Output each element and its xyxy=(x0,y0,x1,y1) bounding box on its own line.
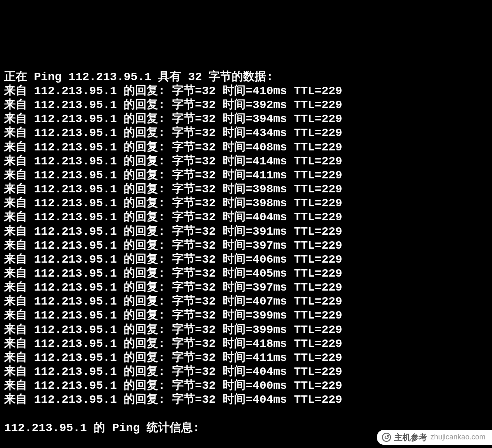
ping-reply-line: 来自 112.213.95.1 的回复: 字节=32 时间=391ms TTL=… xyxy=(4,225,488,239)
watermark-text: 主机参考 xyxy=(394,432,427,442)
ping-reply-line: 来自 112.213.95.1 的回复: 字节=32 时间=392ms TTL=… xyxy=(4,98,488,112)
ping-reply-line: 来自 112.213.95.1 的回复: 字节=32 时间=404ms TTL=… xyxy=(4,210,488,224)
ping-replies: 来自 112.213.95.1 的回复: 字节=32 时间=410ms TTL=… xyxy=(4,84,488,407)
ping-reply-line: 来自 112.213.95.1 的回复: 字节=32 时间=394ms TTL=… xyxy=(4,112,488,126)
ping-reply-line: 来自 112.213.95.1 的回复: 字节=32 时间=408ms TTL=… xyxy=(4,141,488,155)
ping-reply-line: 来自 112.213.95.1 的回复: 字节=32 时间=411ms TTL=… xyxy=(4,169,488,182)
ping-reply-line: 来自 112.213.95.1 的回复: 字节=32 时间=400ms TTL=… xyxy=(4,379,488,393)
ping-reply-line: 来自 112.213.95.1 的回复: 字节=32 时间=418ms TTL=… xyxy=(4,337,488,351)
ping-reply-line: 来自 112.213.95.1 的回复: 字节=32 时间=405ms TTL=… xyxy=(4,267,488,281)
ping-reply-line: 来自 112.213.95.1 的回复: 字节=32 时间=406ms TTL=… xyxy=(4,253,488,267)
ping-reply-line: 来自 112.213.95.1 的回复: 字节=32 时间=397ms TTL=… xyxy=(4,239,488,253)
ping-reply-line: 来自 112.213.95.1 的回复: 字节=32 时间=398ms TTL=… xyxy=(4,182,488,196)
ping-reply-line: 来自 112.213.95.1 的回复: 字节=32 时间=399ms TTL=… xyxy=(4,323,488,337)
ping-reply-line: 来自 112.213.95.1 的回复: 字节=32 时间=404ms TTL=… xyxy=(4,393,488,407)
terminal-output: 正在 Ping 112.213.95.1 具有 32 字节的数据:来自 112.… xyxy=(4,56,488,448)
ping-reply-line: 来自 112.213.95.1 的回复: 字节=32 时间=411ms TTL=… xyxy=(4,351,488,365)
clock-icon: ↻ xyxy=(382,433,391,442)
watermark-host: zhujicankao.com xyxy=(430,433,485,442)
ping-reply-line: 来自 112.213.95.1 的回复: 字节=32 时间=407ms TTL=… xyxy=(4,295,488,309)
watermark-badge: ↻ 主机参考 zhujicankao.com xyxy=(377,430,492,445)
ping-reply-line: 来自 112.213.95.1 的回复: 字节=32 时间=414ms TTL=… xyxy=(4,155,488,169)
ping-reply-line: 来自 112.213.95.1 的回复: 字节=32 时间=399ms TTL=… xyxy=(4,309,488,323)
ping-reply-line: 来自 112.213.95.1 的回复: 字节=32 时间=404ms TTL=… xyxy=(4,365,488,379)
ping-reply-line: 来自 112.213.95.1 的回复: 字节=32 时间=410ms TTL=… xyxy=(4,84,488,98)
ping-reply-line: 来自 112.213.95.1 的回复: 字节=32 时间=398ms TTL=… xyxy=(4,196,488,210)
ping-reply-line: 来自 112.213.95.1 的回复: 字节=32 时间=397ms TTL=… xyxy=(4,281,488,295)
ping-header: 正在 Ping 112.213.95.1 具有 32 字节的数据: xyxy=(4,70,488,84)
ping-reply-line: 来自 112.213.95.1 的回复: 字节=32 时间=434ms TTL=… xyxy=(4,126,488,140)
